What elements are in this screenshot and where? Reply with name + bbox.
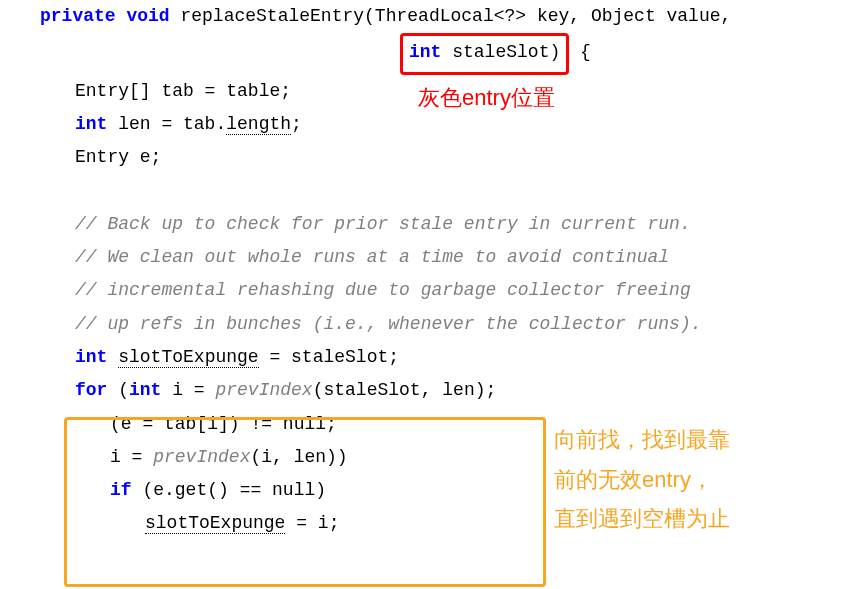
stmt-len-a: len = tab. [107, 114, 226, 134]
for-cond: (e = tab[i]) != null; [110, 414, 337, 434]
comment-line-4: // up refs in bunches (i.e., whenever th… [0, 308, 854, 341]
annotation-orange: 向前找，找到最靠 前的无效entry， 直到遇到空槽为止 [554, 420, 730, 539]
code-line-5: Entry e; [0, 141, 854, 174]
brace-open: { [569, 42, 591, 62]
comment-line-3: // incremental rehashing due to garbage … [0, 274, 854, 307]
type-int: int [129, 380, 161, 400]
blank-line [0, 174, 854, 207]
code-line-2: int staleSlot) { [0, 33, 854, 74]
prop-length: length [226, 114, 291, 135]
keyword-if: if [110, 480, 132, 500]
stmt-entry-e: Entry e; [75, 147, 161, 167]
fn-previndex: prevIndex [215, 380, 312, 400]
comment-line-1: // Back up to check for prior stale entr… [0, 208, 854, 241]
code-line-1: private void replaceStaleEntry(ThreadLoc… [0, 0, 854, 33]
annotation-orange-line1: 向前找，找到最靠 [554, 427, 730, 452]
annotation-orange-line2: 前的无效entry， [554, 467, 713, 492]
comment-text: // We clean out whole runs at a time to … [75, 247, 669, 267]
comment-line-2: // We clean out whole runs at a time to … [0, 241, 854, 274]
type-int: int [75, 347, 107, 367]
comment-text: // Back up to check for prior stale entr… [75, 214, 691, 234]
comment-text: // incremental rehashing due to garbage … [75, 280, 691, 300]
method-sig: replaceStaleEntry(ThreadLocal<?> key, Ob… [180, 6, 731, 26]
code-line-11: for (int i = prevIndex(staleSlot, len); [0, 374, 854, 407]
var-slottoexpunge: slotToExpunge [118, 347, 258, 368]
red-highlight-box: int staleSlot) [400, 33, 569, 74]
annotation-red: 灰色entry位置 [418, 78, 555, 119]
keyword-for: for [75, 380, 107, 400]
param-staleslot: staleSlot) [452, 42, 560, 62]
var-slottoexpunge: slotToExpunge [145, 513, 285, 534]
code-block: private void replaceStaleEntry(ThreadLoc… [0, 0, 854, 541]
type-int: int [409, 42, 441, 62]
annotation-orange-line3: 直到遇到空槽为止 [554, 506, 730, 531]
code-line-10: int slotToExpunge = staleSlot; [0, 341, 854, 374]
comment-text: // up refs in bunches (i.e., whenever th… [75, 314, 702, 334]
stmt-tab: Entry[] tab = table; [75, 81, 291, 101]
stmt-len-semi: ; [291, 114, 302, 134]
keyword-private-void: private void [40, 6, 170, 26]
fn-previndex: prevIndex [153, 447, 250, 467]
type-int: int [75, 114, 107, 134]
